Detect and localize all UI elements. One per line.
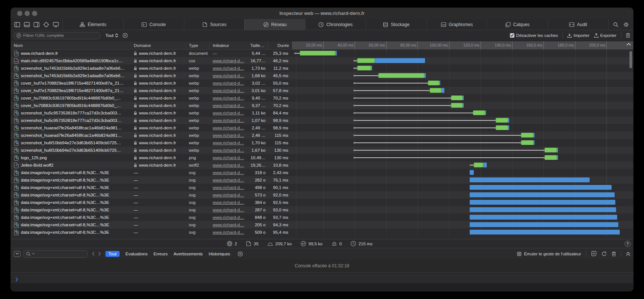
table-row[interactable]: data:image/svg+xml;charset=utf-8,%3C…%3E… [11,184,634,191]
waterfall-download-bar[interactable] [470,192,615,197]
waterfall-response-bar[interactable] [451,95,463,100]
console-scope-tout[interactable]: Tout [105,251,120,257]
tab-console[interactable]: Console [123,19,184,30]
tab-sources[interactable]: Sources [184,19,245,30]
waterfall-response-bar[interactable] [496,118,508,123]
vertical-scrollbar[interactable] [629,51,632,68]
initiator-link[interactable]: www.richard-d… [213,223,244,227]
table-row[interactable]: cover_huf7e1708829ea18f6715e48271400e87a… [11,87,634,94]
waterfall-response-bar[interactable] [474,163,483,167]
table-row[interactable]: data:image/svg+xml;charset=utf-8,%3C…%3E… [11,169,634,176]
table-row[interactable]: screenshot_hu7453d15b6b2a929e1adaa8e7a06… [11,64,634,72]
tab-chronologies[interactable]: Chronologies [305,19,366,30]
waterfall-response-bar[interactable] [545,148,557,152]
waterfall-download-bar[interactable] [557,148,558,152]
waterfall-response-bar[interactable] [357,58,374,63]
column-header-duree[interactable]: Durée [268,41,292,49]
clear-network-trash-icon[interactable] [626,33,630,38]
initiator-link[interactable]: www.richard-d… [213,170,244,175]
waterfall-response-bar[interactable] [521,140,533,145]
initiator-link[interactable]: www.richard-d… [213,193,244,197]
tab-calques[interactable]: Calques [487,19,548,30]
waterfall-response-bar[interactable] [473,110,485,115]
console-prompt-row[interactable] [11,275,633,283]
initiator-link[interactable]: www.richard-d… [213,118,244,123]
dock-right-icon[interactable] [34,22,39,27]
table-row[interactable]: cover_hu70883c936197805bd916c4488876d0b0… [11,102,634,109]
waterfall-download-bar[interactable] [483,163,487,167]
waterfall-response-bar[interactable] [521,133,533,138]
waterfall-response-bar[interactable] [545,155,557,160]
waterfall-response-bar[interactable] [496,125,508,130]
initiator-link[interactable]: www.richard-d… [213,155,244,160]
initiator-link[interactable]: www.richard-d… [213,81,244,85]
dock-left-icon[interactable] [14,22,20,27]
expand-console-icon[interactable] [626,252,630,256]
waterfall-response-bar[interactable] [300,51,335,56]
initiator-link[interactable]: www.richard-d… [213,141,244,145]
table-row[interactable]: screenshot_hu6f10bb94e27e3d63b651409cb07… [11,147,634,154]
js-context-icon[interactable] [591,251,597,256]
table-row[interactable]: data:image/svg+xml;charset=utf-8,%3C…%3E… [11,221,634,229]
tab-graphismes[interactable]: Graphismes [426,19,487,30]
table-row[interactable]: data:image/svg+xml;charset=utf-8,%3C…%3E… [11,229,634,236]
table-row[interactable]: screenshot_hu5c957353818e777ca27d3c3cba0… [11,109,634,117]
table-row[interactable]: logo_125.png www.richard-dern.fr png www… [11,154,634,161]
url-filter-input[interactable] [23,33,98,38]
help-button[interactable]: ? [625,241,631,247]
waterfall-download-bar[interactable] [470,170,473,175]
filter-options-button[interactable] [123,33,128,38]
waterfall-download-bar[interactable] [463,95,464,100]
device-settings-icon[interactable] [53,22,59,27]
initiator-link[interactable]: www.richard-d… [213,148,244,152]
column-header-nom[interactable]: Nom [11,41,131,49]
element-picker-icon[interactable] [43,22,49,28]
initiator-link[interactable]: www.richard-d… [213,59,244,63]
initiator-link[interactable]: www.richard-d… [213,200,244,205]
initiator-link[interactable]: www.richard-d… [213,111,244,115]
table-row[interactable]: www.richard-dern.fr www.richard-dern.fr … [11,50,634,57]
waterfall-download-bar[interactable] [371,66,372,70]
waterfall-download-bar[interactable] [533,140,534,145]
gear-icon[interactable] [624,22,629,27]
table-row[interactable]: data:image/svg+xml;charset=utf-8,%3C…%3E… [11,191,634,199]
table-row[interactable]: screenshot_hu5c957353818e777ca27d3c3cba0… [11,117,634,124]
waterfall-download-bar[interactable] [470,207,616,212]
export-button[interactable]: Exporter [594,33,616,38]
waterfall-download-bar[interactable] [470,215,617,220]
emulate-user-gesture-checkbox[interactable]: Émuler le geste de l'utilisateur [517,252,581,256]
table-row[interactable]: screenshot_hu6f10bb94e27e3d63b651409cb07… [11,139,634,147]
column-header-type[interactable]: Type [186,41,210,49]
tab-audit[interactable]: Audit [548,19,609,30]
waterfall-response-bar[interactable] [430,88,442,93]
dock-bottom-icon[interactable] [24,22,30,27]
table-row[interactable]: cover_huf7e1708829ea18f6715e48271400e87a… [11,79,634,87]
waterfall-download-bar[interactable] [508,118,509,123]
waterfall-download-bar[interactable] [470,200,615,205]
console-scope-évaluations[interactable]: Évaluations [126,252,147,256]
column-header-taille[interactable]: Taille… [251,41,268,49]
waterfall-download-bar[interactable] [508,125,509,130]
initiator-link[interactable]: www.richard-d… [213,103,244,108]
waterfall-download-bar[interactable] [424,73,426,78]
waterfall-download-bar[interactable] [557,155,558,160]
waterfall-download-bar[interactable] [335,51,336,56]
initiator-link[interactable]: www.richard-d… [213,73,244,78]
waterfall-download-bar[interactable] [485,110,486,115]
waterfall-download-bar[interactable] [463,103,464,108]
table-row[interactable]: data:image/svg+xml;charset=utf-8,%3C…%3E… [11,176,634,184]
table-row[interactable]: data:image/svg+xml;charset=utf-8,%3C…%3E… [11,214,634,221]
search-icon[interactable] [613,22,618,27]
console-scope-avertissements[interactable]: Avertissements [174,252,203,256]
console-search-input[interactable] [36,252,85,256]
waterfall-download-bar[interactable] [441,88,444,93]
table-row[interactable]: data:image/svg+xml;charset=utf-8,%3C…%3E… [11,206,634,214]
tab-stockage[interactable]: Stockage [366,19,426,30]
previous-result-icon[interactable] [92,252,95,256]
clear-console-trash-icon[interactable] [612,251,616,256]
console-collapse-button[interactable] [14,251,20,257]
table-row[interactable]: Jellee-Bold.woff2 www.richard-dern.fr wo… [11,161,634,169]
table-row[interactable]: data:image/svg+xml;charset=utf-8,%3C…%3E… [11,199,634,206]
waterfall-response-bar[interactable] [357,66,371,70]
initiator-link[interactable]: www.richard-d… [213,133,244,138]
